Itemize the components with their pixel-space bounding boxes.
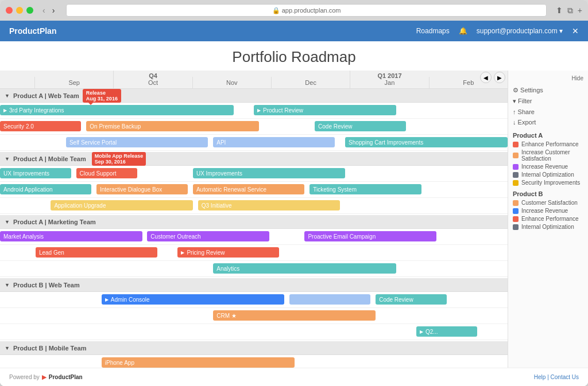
group-header-product-a-mobile[interactable]: ▼ Product A | Mobile Team Mobile App Rel…	[0, 152, 508, 166]
timeline-nov: Nov	[192, 77, 271, 88]
color-dot	[513, 200, 519, 206]
bar-code-review-b[interactable]: Code Review	[376, 294, 447, 305]
legend-b-title: Product B	[513, 190, 583, 197]
forward-arrow[interactable]: ›	[50, 6, 57, 15]
legend-b-internal: Internal Optimization	[513, 224, 583, 230]
footer-brand: ▶	[42, 374, 47, 380]
legend-a-revenue: Increase Revenue	[513, 163, 583, 170]
share-icon[interactable]: ⬆	[556, 6, 563, 15]
bar-email-campaign[interactable]: Proactive Email Campaign	[304, 231, 436, 241]
sidebar: Hide ⚙ Settings ▾ Filter ↑ Share ↓ Expor…	[508, 71, 588, 368]
address-bar[interactable]: 🔒 app.productplan.com	[66, 4, 546, 17]
user-email[interactable]: support@productplan.com ▾	[477, 27, 563, 35]
sidebar-controls: Hide	[513, 75, 583, 81]
chevron-icon: ▼	[5, 282, 10, 288]
close-icon[interactable]: ✕	[572, 26, 579, 36]
bar-api[interactable]: API	[213, 137, 335, 147]
next-button[interactable]: ▶	[494, 72, 505, 83]
page-title: Portfolio Roadmap	[0, 48, 588, 66]
bar-analytics[interactable]: Analytics	[213, 263, 396, 274]
export-action[interactable]: ↓ Export	[513, 117, 583, 127]
bar-ux-improvements-2[interactable]: UX Improvements	[193, 168, 345, 178]
bar-on-premise[interactable]: On Premise Backup	[86, 121, 259, 131]
timeline-header: Sep Q4Oct Nov Dec Q1 2017Jan Feb	[0, 71, 508, 89]
timeline-jan: Q1 2017Jan	[350, 71, 428, 88]
timeline-oct: Q4Oct	[113, 71, 192, 88]
bar-3rd-party[interactable]: 3rd Party Integrations	[0, 105, 234, 115]
footer-links[interactable]: Help | Contact Us	[534, 374, 579, 380]
chevron-icon: ▼	[5, 345, 10, 351]
notification-icon[interactable]: 🔔	[459, 27, 467, 35]
bar-q3-initiative[interactable]: Q3 Initiative	[198, 200, 341, 210]
group-header-product-b-mobile[interactable]: ▼ Product B | Mobile Team	[0, 341, 508, 355]
hide-button[interactable]: Hide	[571, 75, 583, 81]
group-product-a-mobile: ▼ Product A | Mobile Team Mobile App Rel…	[0, 152, 508, 214]
content-area: Portfolio Roadmap ◀ ▶ Sep Q4Oct Nov Dec …	[0, 41, 588, 386]
bar-row: Market Analysis Customer Outreach Proact…	[0, 229, 508, 245]
back-arrow[interactable]: ‹	[40, 6, 48, 15]
footer-brand-name: ProductPlan	[49, 374, 83, 380]
group-label: Product A | Web Team	[13, 92, 79, 99]
app-header: ProductPlan Roadmaps 🔔 support@productpl…	[0, 21, 588, 41]
legend-b-customer: Customer Satisfaction	[513, 200, 583, 206]
bar-code-review[interactable]: Code Review	[315, 121, 406, 131]
nav-arrows: ‹ ›	[40, 6, 57, 15]
resize-icon[interactable]: ⧉	[567, 6, 573, 15]
minimize-button[interactable]	[16, 7, 23, 14]
bar-admin-console[interactable]: Admin Console	[102, 294, 284, 305]
color-dot	[513, 208, 519, 214]
bar-row: CRM ★	[0, 308, 508, 324]
page-title-bar: Portfolio Roadmap	[0, 41, 588, 71]
bar-q2[interactable]: Q2...	[416, 326, 477, 337]
bar-ticketing[interactable]: Ticketing System	[310, 184, 421, 194]
maximize-button[interactable]	[26, 7, 33, 14]
chevron-icon: ▼	[5, 156, 10, 162]
bar-row: UX Improvements Cloud Support UX Improve…	[0, 166, 508, 182]
group-header-product-a-web[interactable]: ▼ Product A | Web Team ReleaseAug 31, 20…	[0, 89, 508, 103]
group-header-product-a-marketing[interactable]: ▼ Product A | Marketing Team	[0, 215, 508, 229]
bar-row: Analytics	[0, 261, 508, 277]
bar-interactive[interactable]: Interactive Dialogue Box	[96, 184, 188, 194]
bar-customer-outreach[interactable]: Customer Outreach	[147, 231, 269, 241]
bar-row: Android Application Interactive Dialogue…	[0, 182, 508, 198]
bar-row: Application Upgrade Q3 Initiative	[0, 198, 508, 214]
share-action[interactable]: ↑ Share	[513, 107, 583, 117]
legend-b-enhance: Enhance Performance	[513, 216, 583, 222]
color-dot	[513, 164, 519, 170]
app-window: ‹ › 🔒 app.productplan.com ⬆ ⧉ + ProductP…	[0, 0, 588, 386]
prev-button[interactable]: ◀	[480, 72, 492, 83]
bar-row: Self Service Portal API Shopping Cart Im…	[0, 135, 508, 151]
titlebar: ‹ › 🔒 app.productplan.com ⬆ ⧉ +	[0, 0, 588, 21]
traffic-lights	[6, 7, 33, 14]
settings-action[interactable]: ⚙ Settings	[513, 85, 583, 96]
url-text: app.productplan.com	[282, 7, 341, 14]
bar-self-service[interactable]: Self Service Portal	[66, 137, 208, 147]
close-button[interactable]	[6, 7, 13, 14]
bar-ux-improvements-1[interactable]: UX Improvements	[0, 168, 71, 178]
group-header-product-b-web[interactable]: ▼ Product B | Web Team	[0, 278, 508, 292]
roadmap-rows[interactable]: ▼ Product A | Web Team ReleaseAug 31, 20…	[0, 89, 508, 368]
bar-product-review[interactable]: Product Review	[254, 105, 396, 115]
bar-security-20[interactable]: Security 2.0	[0, 121, 81, 131]
bar-unnamed[interactable]	[289, 294, 370, 305]
bar-app-upgrade[interactable]: Application Upgrade	[51, 200, 193, 210]
bar-cloud-support[interactable]: Cloud Support	[76, 168, 137, 178]
bar-auto-renewal[interactable]: Automatic Renewal Service	[193, 184, 304, 194]
bar-market-analysis[interactable]: Market Analysis	[0, 231, 142, 241]
bar-android[interactable]: Android Application	[0, 184, 91, 194]
bar-shopping-cart[interactable]: Shopping Cart Improvements	[345, 137, 508, 147]
bar-lead-gen[interactable]: Lead Gen	[36, 247, 157, 258]
bar-crm[interactable]: CRM ★	[213, 310, 376, 321]
bar-iphone-app[interactable]: iPhone App	[102, 357, 295, 368]
app-logo: ProductPlan	[9, 26, 56, 36]
filter-action[interactable]: ▾ Filter	[513, 96, 583, 107]
release-marker: ReleaseAug 31, 2016	[83, 89, 121, 103]
color-dot	[513, 153, 519, 158]
timeline-dec: Dec	[271, 77, 350, 88]
add-tab-icon[interactable]: +	[578, 6, 582, 15]
group-product-b-mobile: ▼ Product B | Mobile Team iPhone App Mob…	[0, 341, 508, 368]
bar-row: Security 2.0 On Premise Backup Code Revi…	[0, 119, 508, 135]
roadmaps-nav[interactable]: Roadmaps	[416, 27, 450, 35]
bar-pricing-review[interactable]: Pricing Review	[177, 247, 279, 258]
group-label: Product A | Marketing Team	[13, 219, 96, 225]
